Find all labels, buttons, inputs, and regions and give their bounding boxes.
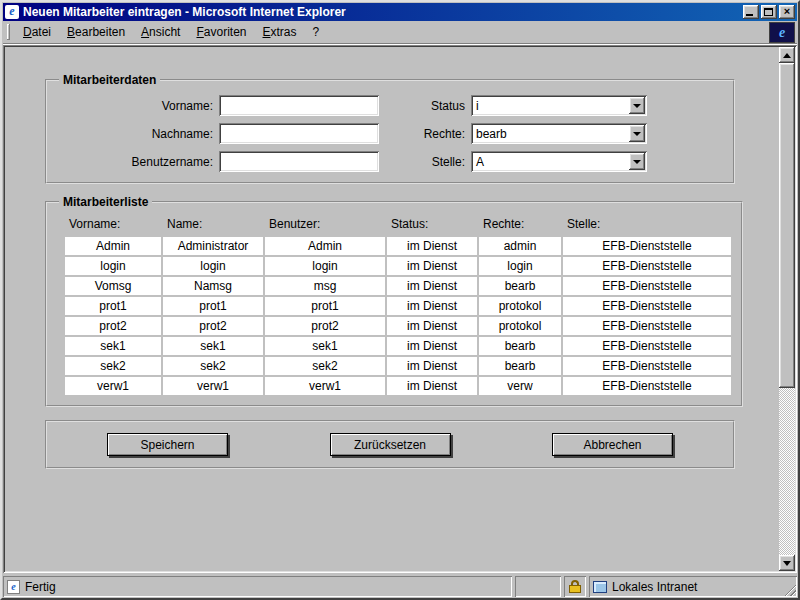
- maximize-button[interactable]: [761, 5, 777, 19]
- table-cell: Admin: [265, 237, 385, 255]
- maximize-icon: [764, 8, 773, 16]
- menu-item-hilfe[interactable]: ?: [305, 22, 328, 42]
- status-bar: e Fertig Lokales Intranet: [3, 576, 797, 597]
- menu-item-datei[interactable]: Datei: [15, 22, 59, 42]
- table-cell: login: [265, 257, 385, 275]
- table-cell: sek2: [65, 357, 161, 375]
- table-cell: sek1: [265, 337, 385, 355]
- rechte-dropdown-button[interactable]: [629, 125, 645, 142]
- toolbar-grip[interactable]: [7, 24, 10, 40]
- table-row[interactable]: loginloginloginim DienstloginEFB-Diensts…: [65, 257, 731, 275]
- employee-list-legend: Mitarbeiterliste: [59, 195, 152, 209]
- employee-data-fieldset: Mitarbeiterdaten Vorname: Status i Nachn…: [45, 73, 735, 184]
- menu-item-ansicht[interactable]: Ansicht: [133, 22, 188, 42]
- table-row[interactable]: VomsgNamsgmsgim DienstbearbEFB-Dienstste…: [65, 277, 731, 295]
- employee-table: Vorname: Name: Benutzer: Status: Rechte:…: [63, 213, 733, 397]
- table-cell: sek2: [265, 357, 385, 375]
- arrow-down-icon: [783, 561, 791, 566]
- scroll-down-button[interactable]: [779, 555, 795, 571]
- window-title: Neuen Mitarbeiter eintragen - Microsoft …: [23, 5, 741, 19]
- stelle-select[interactable]: A: [471, 151, 647, 172]
- table-cell: EFB-Dienststelle: [563, 257, 731, 275]
- security-zone-text: Lokales Intranet: [612, 580, 697, 594]
- table-row[interactable]: sek2sek2sek2im DienstbearbEFB-Dienststel…: [65, 357, 731, 375]
- table-row[interactable]: prot2prot2prot2im DienstprotokolEFB-Dien…: [65, 317, 731, 335]
- status-text: Fertig: [25, 580, 56, 594]
- table-cell: login: [163, 257, 263, 275]
- table-cell: im Dienst: [387, 377, 477, 395]
- benutzername-input[interactable]: [219, 151, 379, 172]
- table-cell: im Dienst: [387, 317, 477, 335]
- table-cell: protokol: [479, 297, 561, 315]
- table-cell: verw: [479, 377, 561, 395]
- ie-throbber-logo: e: [769, 22, 795, 43]
- menu-item-bearbeiten[interactable]: Bearbeiten: [59, 22, 133, 42]
- chevron-down-icon: [633, 104, 641, 108]
- table-cell: EFB-Dienststelle: [563, 377, 731, 395]
- close-button[interactable]: ×: [779, 5, 795, 19]
- table-cell: Admin: [65, 237, 161, 255]
- cancel-button[interactable]: Abbrechen: [552, 433, 673, 456]
- status-spacer-panel: [515, 576, 561, 597]
- table-row[interactable]: sek1sek1sek1im DienstbearbEFB-Dienststel…: [65, 337, 731, 355]
- ie-page-icon: e: [7, 580, 20, 594]
- table-cell: login: [479, 257, 561, 275]
- status-label: Status: [409, 99, 471, 113]
- stelle-label: Stelle:: [409, 155, 471, 169]
- ie-icon: e: [5, 5, 19, 19]
- table-cell: prot1: [163, 297, 263, 315]
- status-dropdown-button[interactable]: [629, 97, 645, 114]
- save-button[interactable]: Speichern: [107, 433, 228, 456]
- employee-table-body: AdminAdministratorAdminim DienstadminEFB…: [65, 237, 731, 395]
- table-cell: im Dienst: [387, 357, 477, 375]
- table-cell: sek1: [65, 337, 161, 355]
- page-inner: Mitarbeiterdaten Vorname: Status i Nachn…: [5, 47, 779, 571]
- status-select[interactable]: i: [471, 95, 647, 116]
- stelle-dropdown-button[interactable]: [629, 153, 645, 170]
- chevron-down-icon: [633, 160, 641, 164]
- title-bar[interactable]: e Neuen Mitarbeiter eintragen - Microsof…: [3, 3, 797, 21]
- vertical-scrollbar[interactable]: [779, 47, 795, 571]
- table-cell: protokol: [479, 317, 561, 335]
- table-cell: EFB-Dienststelle: [563, 297, 731, 315]
- table-row[interactable]: AdminAdministratorAdminim DienstadminEFB…: [65, 237, 731, 255]
- lock-icon: [569, 580, 581, 593]
- intranet-zone-icon: [593, 581, 607, 593]
- table-cell: im Dienst: [387, 257, 477, 275]
- column-header-rechte: Rechte:: [479, 215, 561, 235]
- vorname-label: Vorname:: [55, 99, 219, 113]
- vorname-input[interactable]: [219, 95, 379, 116]
- table-cell: admin: [479, 237, 561, 255]
- scrollbar-thumb[interactable]: [779, 63, 795, 388]
- table-cell: prot1: [265, 297, 385, 315]
- menu-item-favoriten[interactable]: Favoriten: [188, 22, 254, 42]
- resize-grip[interactable]: [783, 583, 796, 596]
- browser-window: e Neuen Mitarbeiter eintragen - Microsof…: [0, 0, 800, 600]
- rechte-select[interactable]: bearb: [471, 123, 647, 144]
- menu-item-extras[interactable]: Extras: [255, 22, 305, 42]
- stelle-select-value: A: [473, 155, 629, 169]
- arrow-up-icon: [783, 53, 791, 58]
- reset-button[interactable]: Zurücksetzen: [330, 433, 451, 456]
- minimize-icon: [746, 14, 753, 16]
- table-row[interactable]: prot1prot1prot1im DienstprotokolEFB-Dien…: [65, 297, 731, 315]
- minimize-button[interactable]: [743, 5, 759, 19]
- table-cell: sek1: [163, 337, 263, 355]
- table-cell: bearb: [479, 357, 561, 375]
- scroll-up-button[interactable]: [779, 47, 795, 63]
- table-cell: msg: [265, 277, 385, 295]
- table-cell: prot2: [65, 317, 161, 335]
- table-cell: bearb: [479, 277, 561, 295]
- table-cell: sek2: [163, 357, 263, 375]
- table-cell: prot1: [65, 297, 161, 315]
- employee-data-legend: Mitarbeiterdaten: [59, 73, 160, 87]
- nachname-input[interactable]: [219, 123, 379, 144]
- column-header-stelle: Stelle:: [563, 215, 731, 235]
- table-row[interactable]: verw1verw1verw1im DienstverwEFB-Dienstst…: [65, 377, 731, 395]
- table-cell: im Dienst: [387, 277, 477, 295]
- page-content: Mitarbeiterdaten Vorname: Status i Nachn…: [3, 45, 797, 573]
- table-cell: Administrator: [163, 237, 263, 255]
- table-cell: verw1: [65, 377, 161, 395]
- column-header-benutzer: Benutzer:: [265, 215, 385, 235]
- button-bar: Speichern Zurücksetzen Abbrechen: [45, 420, 735, 469]
